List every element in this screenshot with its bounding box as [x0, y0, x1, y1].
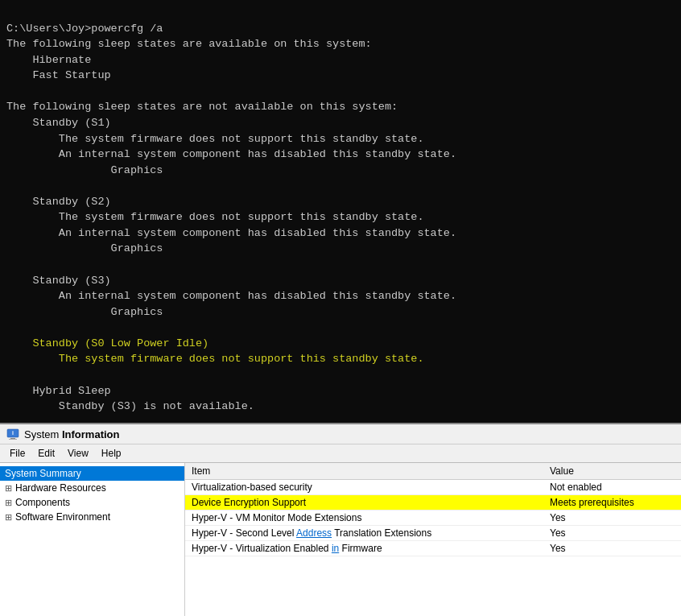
available-header: The following sleep states are available…	[6, 38, 372, 50]
table-row: Hyper-V - Second Level Address Translati…	[185, 526, 681, 541]
tree-item-system-summary[interactable]: System Summary	[0, 466, 184, 481]
row-hyperv-mme-value: Yes	[543, 511, 681, 526]
sysinfo-tree: System Summary ⊞ Hardware Resources ⊞ Co…	[0, 463, 185, 616]
command-line: C:\Users\Joy>powercfg /a	[6, 23, 163, 35]
expand-hardware-icon: ⊞	[5, 483, 12, 494]
sysinfo-icon: i	[6, 428, 19, 440]
row-des-value: Meets prerequisites	[543, 495, 681, 511]
row-vbs-value: Not enabled	[543, 480, 681, 495]
system-information-window: i System Information File Edit View Help…	[0, 423, 681, 616]
svg-text:i: i	[12, 430, 14, 436]
col-value: Value	[543, 463, 681, 480]
table-row: Hyper-V - Virtualization Enabled in Firm…	[185, 541, 681, 556]
svg-rect-2	[9, 439, 17, 440]
software-environment-label: Software Environment	[15, 511, 110, 523]
sysinfo-data-panel: Item Value Virtualization-based security…	[185, 463, 681, 616]
standby-s0-reason: The system firmware does not support thi…	[32, 353, 423, 365]
menu-view[interactable]: View	[61, 446, 95, 461]
sysinfo-titlebar: i System Information	[0, 424, 681, 444]
row-hyperv-mme-item: Hyper-V - VM Monitor Mode Extensions	[185, 511, 543, 526]
tree-item-hardware-resources[interactable]: ⊞ Hardware Resources	[0, 481, 184, 495]
system-summary-label: System Summary	[5, 468, 81, 479]
table-row-highlighted: Device Encryption Support Meets prerequi…	[185, 495, 681, 511]
sysinfo-title: System Information	[24, 428, 119, 440]
hardware-resources-label: Hardware Resources	[15, 482, 106, 494]
menu-help[interactable]: Help	[95, 446, 128, 461]
expand-software-icon: ⊞	[5, 512, 12, 523]
tree-item-components[interactable]: ⊞ Components	[0, 495, 184, 510]
address-link: Address	[296, 527, 332, 539]
row-hyperv-slat-item: Hyper-V - Second Level Address Translati…	[185, 526, 543, 541]
table-row: Virtualization-based security Not enable…	[185, 480, 681, 495]
row-vbs-item: Virtualization-based security	[185, 480, 543, 495]
sysinfo-content: System Summary ⊞ Hardware Resources ⊞ Co…	[0, 463, 681, 616]
menu-file[interactable]: File	[3, 446, 31, 461]
available-fast-startup: Fast Startup	[32, 69, 110, 81]
col-item: Item	[185, 463, 543, 480]
components-label: Components	[15, 497, 70, 508]
standby-s0-label: Standby (S0 Low Power Idle)	[32, 337, 208, 349]
available-hibernate: Hibernate	[32, 54, 91, 66]
row-hyperv-fw-item: Hyper-V - Virtualization Enabled in Firm…	[185, 541, 543, 556]
in-link: in	[332, 543, 339, 554]
sysinfo-table: Item Value Virtualization-based security…	[185, 463, 681, 556]
row-hyperv-fw-value: Yes	[543, 541, 681, 556]
menu-edit[interactable]: Edit	[31, 446, 61, 461]
row-des-item: Device Encryption Support	[185, 495, 543, 511]
table-row: Hyper-V - VM Monitor Mode Extensions Yes	[185, 511, 681, 526]
unavailable-header: The following sleep states are not avail…	[6, 101, 398, 113]
tree-item-software-environment[interactable]: ⊞ Software Environment	[0, 510, 184, 524]
row-hyperv-slat-value: Yes	[543, 526, 681, 541]
sysinfo-menubar: File Edit View Help	[0, 444, 681, 463]
expand-components-icon: ⊞	[5, 498, 12, 508]
terminal-window: C:\Users\Joy>powercfg /a The following s…	[0, 0, 681, 423]
